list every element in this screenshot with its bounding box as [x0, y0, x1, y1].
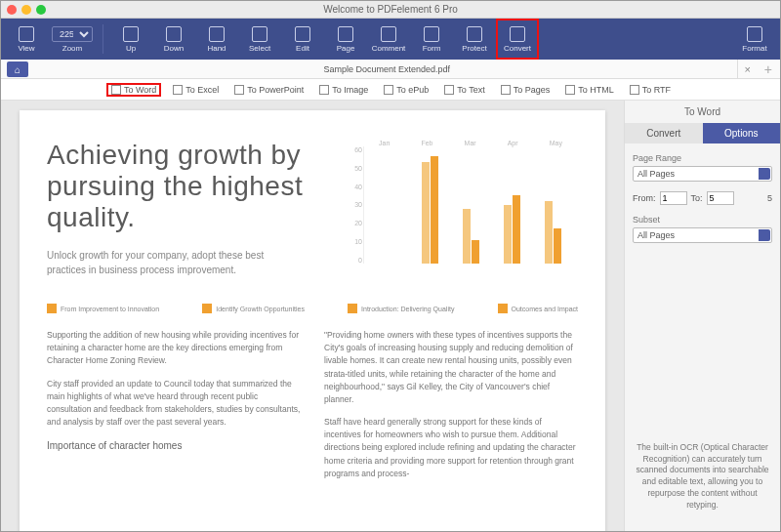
zoom-select[interactable]: 225% — [52, 26, 93, 42]
main-toolbar: View 225% Zoom Up Down Hand Select Edit … — [1, 19, 780, 60]
titlebar: Welcome to PDFelement 6 Pro — [1, 1, 780, 19]
powerpoint-icon — [234, 85, 244, 95]
page-icon — [338, 26, 353, 42]
from-label: From: — [633, 193, 656, 203]
select-icon — [252, 26, 267, 42]
hand-button[interactable]: Hand — [195, 19, 238, 60]
down-icon — [166, 26, 182, 42]
image-icon — [319, 85, 329, 95]
feature-icon — [348, 304, 357, 313]
page-range-select[interactable]: All Pages — [633, 166, 772, 182]
chart-x-labels: JanFebMarAprMay — [363, 140, 578, 146]
word-icon — [111, 85, 121, 95]
chevron-down-icon — [759, 168, 770, 180]
up-button[interactable]: Up — [109, 19, 152, 60]
to-label: To: — [691, 193, 703, 203]
epub-icon — [384, 85, 393, 95]
form-icon — [424, 26, 439, 42]
convert-button[interactable]: Convert — [496, 19, 539, 60]
convert-subtoolbar: To Word To Excel To PowerPoint To Image … — [1, 79, 780, 101]
format-icon — [747, 26, 762, 42]
subset-select[interactable]: All Pages — [633, 227, 772, 243]
to-epub-button[interactable]: To ePub — [380, 84, 432, 96]
page-button[interactable]: Page — [324, 19, 367, 60]
sidebar-title: To Word — [625, 101, 780, 123]
page-subheading: Unlock growth for your company, adopt th… — [47, 248, 301, 277]
document-tab[interactable]: Sample Document Extended.pdf — [36, 60, 738, 78]
html-icon — [565, 85, 575, 95]
excel-icon — [173, 85, 183, 95]
home-button[interactable]: ⌂ — [7, 61, 28, 77]
comment-icon — [381, 26, 396, 42]
format-button[interactable]: Format — [733, 19, 776, 60]
up-icon — [123, 26, 139, 42]
to-word-button[interactable]: To Word — [106, 83, 161, 97]
to-image-button[interactable]: To Image — [315, 84, 372, 96]
to-excel-button[interactable]: To Excel — [169, 84, 223, 96]
total-pages: 5 — [767, 193, 772, 203]
to-text-button[interactable]: To Text — [440, 84, 488, 96]
edit-button[interactable]: Edit — [281, 19, 324, 60]
feature-row: From Improvement to Innovation Identify … — [47, 304, 578, 313]
convert-sidebar: To Word Convert Options Page Range All P… — [624, 101, 780, 531]
edit-icon — [295, 26, 310, 42]
close-tab-button[interactable]: × — [738, 63, 756, 75]
text-icon — [444, 85, 454, 95]
to-rtf-button[interactable]: To RTF — [626, 84, 675, 96]
to-input[interactable] — [707, 191, 734, 205]
comment-button[interactable]: Comment — [367, 19, 410, 60]
zoom-button[interactable]: 225% Zoom — [48, 19, 97, 60]
hand-icon — [209, 26, 225, 42]
tab-convert[interactable]: Convert — [625, 123, 703, 143]
body-columns: Supporting the addition of new housing w… — [47, 329, 578, 490]
convert-icon — [510, 26, 525, 42]
from-input[interactable] — [660, 191, 687, 205]
subset-label: Subset — [633, 215, 772, 225]
down-button[interactable]: Down — [152, 19, 195, 60]
pages-icon — [501, 85, 511, 95]
document-page: Achieving growth by pursuing the highest… — [20, 110, 605, 531]
protect-button[interactable]: Protect — [453, 19, 496, 60]
view-button[interactable]: View — [5, 19, 48, 60]
feature-icon — [47, 304, 57, 313]
view-icon — [19, 26, 34, 42]
rtf-icon — [630, 85, 639, 95]
chart-y-labels: 6050403020100 — [349, 146, 362, 264]
tabstrip: ⌂ Sample Document Extended.pdf × + — [1, 60, 780, 79]
ocr-note: The built-in OCR (Optical Character Reco… — [625, 430, 780, 531]
select-button[interactable]: Select — [238, 19, 281, 60]
to-powerpoint-button[interactable]: To PowerPoint — [230, 84, 308, 96]
to-html-button[interactable]: To HTML — [561, 84, 618, 96]
new-tab-button[interactable]: + — [757, 61, 780, 77]
protect-icon — [467, 26, 482, 42]
chevron-down-icon — [759, 229, 770, 241]
page-heading: Achieving growth by pursuing the highest… — [47, 140, 340, 234]
document-viewport[interactable]: Achieving growth by pursuing the highest… — [1, 101, 624, 531]
tab-options[interactable]: Options — [703, 123, 781, 143]
app-title: Welcome to PDFelement 6 Pro — [1, 4, 780, 15]
form-button[interactable]: Form — [410, 19, 453, 60]
feature-icon — [202, 304, 212, 313]
page-range-label: Page Range — [633, 153, 772, 163]
feature-icon — [498, 304, 508, 313]
to-pages-button[interactable]: To Pages — [497, 84, 555, 96]
bar-chart: JanFebMarAprMay 6050403020100 — [363, 140, 578, 286]
